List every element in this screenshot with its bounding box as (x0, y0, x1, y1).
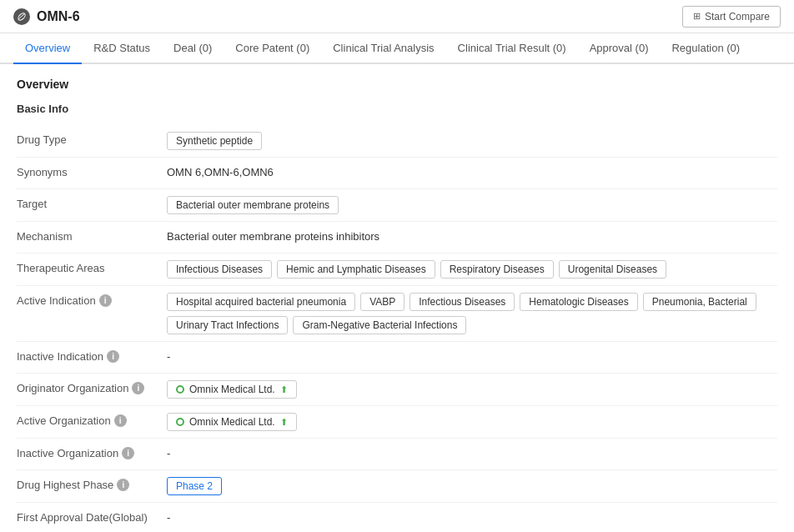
inactive-org-row: Inactive Organization i - (17, 439, 777, 470)
tab-rd-status[interactable]: R&D Status (82, 33, 162, 64)
first-approval-date-value: - (167, 509, 777, 524)
active-indication-value: Hospital acquired bacterial pneumoniaVAB… (167, 293, 777, 334)
inactive-org-label: Inactive Organization i (17, 445, 167, 459)
active-org-value: Omnix Medical Ltd. ⬆ (167, 413, 777, 431)
active-indication-label: Active Indication i (17, 293, 167, 307)
originator-org-badge: Omnix Medical Ltd. ⬆ (167, 380, 297, 399)
active-indication-tag: Gram-Negative Bacterial Infections (293, 316, 466, 334)
drug-type-row: Drug Type Synthetic peptide (17, 125, 777, 158)
inactive-org-value: - (167, 445, 777, 459)
therapeutic-area-tag: Infectious Diseases (167, 260, 272, 279)
target-tag: Bacterial outer membrane proteins (167, 196, 339, 214)
org-active-dot-2 (176, 418, 184, 426)
drug-title: OMN-6 (37, 9, 80, 24)
target-label: Target (17, 196, 167, 210)
active-org-badge: Omnix Medical Ltd. ⬆ (167, 413, 297, 431)
tab-regulation[interactable]: Regulation (0) (660, 33, 751, 64)
active-indication-tag: Infectious Diseases (410, 293, 515, 311)
compare-button-label: Start Compare (705, 11, 770, 23)
active-indication-tag: Urinary Tract Infections (167, 316, 288, 334)
drug-icon (13, 8, 30, 25)
inactive-indication-info-icon[interactable]: i (107, 350, 119, 363)
mechanism-row: Mechanism Bacterial outer membrane prote… (17, 222, 777, 253)
active-org-row: Active Organization i Omnix Medical Ltd.… (17, 406, 777, 439)
originator-org-value: Omnix Medical Ltd. ⬆ (167, 380, 777, 399)
first-approval-date-row: First Approval Date(Global) - (17, 503, 777, 532)
therapeutic-areas-label: Therapeutic Areas (17, 260, 167, 274)
originator-org-row: Originator Organization i Omnix Medical … (17, 374, 777, 406)
active-indication-tag: Hematologic Diseases (520, 293, 637, 311)
active-indication-row: Active Indication i Hospital acquired ba… (17, 286, 777, 342)
therapeutic-area-tag: Urogenital Diseases (559, 260, 666, 279)
therapeutic-area-tag: Hemic and Lymphatic Diseases (277, 260, 435, 279)
start-compare-button[interactable]: ⊞ Start Compare (682, 6, 781, 28)
compare-icon: ⊞ (693, 11, 701, 22)
tab-clinical-trial-result[interactable]: Clinical Trial Result (0) (446, 33, 578, 64)
drug-phase-tag: Phase 2 (167, 477, 222, 495)
synonyms-label: Synonyms (17, 164, 167, 178)
active-org-label: Active Organization i (17, 413, 167, 427)
target-value: Bacterial outer membrane proteins (167, 196, 777, 214)
mechanism-text: Bacterial outer membrane proteins inhibi… (167, 228, 379, 243)
drug-type-label: Drug Type (17, 132, 167, 146)
org-arrow-icon-2: ⬆ (280, 417, 288, 428)
drug-highest-phase-value: Phase 2 (167, 477, 777, 495)
active-org-info-icon[interactable]: i (114, 414, 127, 427)
drug-type-tag: Synthetic peptide (167, 132, 262, 150)
org-active-dot (176, 385, 184, 394)
originator-org-name: Omnix Medical Ltd. (189, 384, 275, 395)
synonyms-row: Synonyms OMN 6,OMN-6,OMN6 (17, 158, 777, 189)
tab-approval[interactable]: Approval (0) (578, 33, 661, 64)
active-indication-info-icon[interactable]: i (99, 294, 112, 307)
tab-core-patent[interactable]: Core Patent (0) (224, 33, 321, 64)
therapeutic-area-tag: Respiratory Diseases (440, 260, 554, 279)
inactive-indication-value: - (167, 349, 777, 363)
therapeutic-areas-row: Therapeutic Areas Infectious DiseasesHem… (17, 253, 777, 286)
basic-info-title: Basic Info (17, 103, 777, 115)
originator-org-label: Originator Organization i (17, 380, 167, 394)
nav-tabs: Overview R&D Status Deal (0) Core Patent… (0, 33, 794, 64)
header-left: OMN-6 (13, 8, 80, 25)
inactive-indication-dash: - (167, 349, 170, 363)
active-org-name: Omnix Medical Ltd. (189, 416, 275, 428)
inactive-org-info-icon[interactable]: i (122, 447, 134, 459)
therapeutic-areas-value: Infectious DiseasesHemic and Lymphatic D… (167, 260, 777, 279)
target-row: Target Bacterial outer membrane proteins (17, 189, 777, 222)
first-approval-date-dash: - (167, 509, 170, 524)
active-indication-tag: Hospital acquired bacterial pneumonia (167, 293, 355, 311)
synonyms-text: OMN 6,OMN-6,OMN6 (167, 164, 274, 178)
tab-overview[interactable]: Overview (13, 33, 82, 64)
org-arrow-icon: ⬆ (280, 384, 288, 395)
drug-highest-phase-label: Drug Highest Phase i (17, 477, 167, 491)
tab-clinical-trial-analysis[interactable]: Clinical Trial Analysis (321, 33, 445, 64)
drug-highest-phase-row: Drug Highest Phase i Phase 2 (17, 470, 777, 503)
inactive-indication-label: Inactive Indication i (17, 349, 167, 363)
tab-deal[interactable]: Deal (0) (162, 33, 224, 64)
drug-type-value: Synthetic peptide (167, 132, 777, 150)
page-title: Overview (17, 78, 777, 91)
inactive-org-dash: - (167, 445, 170, 459)
mechanism-value: Bacterial outer membrane proteins inhibi… (167, 228, 777, 243)
main-content: Overview Basic Info Drug Type Synthetic … (0, 64, 794, 532)
synonyms-value: OMN 6,OMN-6,OMN6 (167, 164, 777, 178)
drug-phase-info-icon[interactable]: i (117, 479, 129, 491)
first-approval-date-label: First Approval Date(Global) (17, 509, 167, 524)
header: OMN-6 ⊞ Start Compare (0, 0, 794, 33)
mechanism-label: Mechanism (17, 228, 167, 243)
active-indication-tag: VABP (360, 293, 405, 311)
originator-org-info-icon[interactable]: i (132, 382, 144, 394)
inactive-indication-row: Inactive Indication i - (17, 342, 777, 374)
active-indication-tag: Pneumonia, Bacterial (643, 293, 756, 311)
